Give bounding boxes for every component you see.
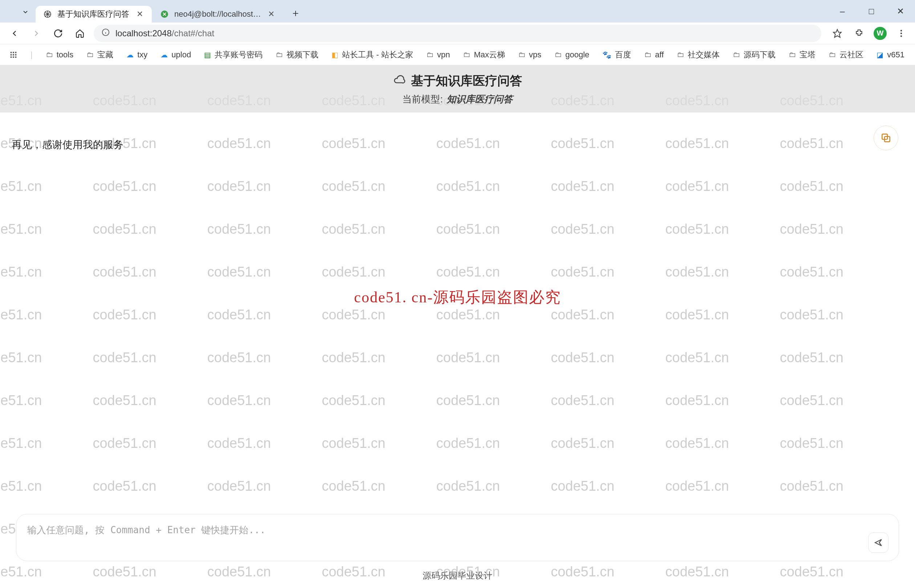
svg-rect-14 bbox=[15, 54, 17, 55]
svg-rect-10 bbox=[13, 52, 14, 53]
folder-icon: 🗀 bbox=[677, 50, 684, 59]
bookmark-label: google bbox=[565, 50, 589, 60]
home-button[interactable] bbox=[72, 26, 88, 41]
bookmark-label: 社交媒体 bbox=[688, 49, 719, 60]
bookmark-label: vpn bbox=[437, 50, 450, 60]
folder-icon: 🗀 bbox=[518, 50, 525, 59]
bookmark-item[interactable]: 🗀 社交媒体 bbox=[677, 49, 719, 60]
sparkle-icon bbox=[43, 10, 52, 19]
bookmark-item[interactable]: 🗀 tools bbox=[46, 50, 73, 60]
svg-rect-16 bbox=[13, 56, 14, 58]
bookmark-star-icon[interactable] bbox=[830, 26, 845, 40]
bookmark-label: 百度 bbox=[615, 49, 631, 60]
minimize-button[interactable]: – bbox=[828, 0, 857, 23]
bookmark-label: 源码下载 bbox=[744, 49, 776, 60]
tab-active[interactable]: 基于知识库医疗问答 ✕ bbox=[36, 6, 152, 23]
close-icon[interactable]: ✕ bbox=[135, 8, 144, 20]
bookmark-item[interactable]: 🗀 视频下载 bbox=[276, 49, 318, 60]
avatar[interactable]: W bbox=[874, 27, 887, 40]
bookmark-item[interactable]: 🗀 宝塔 bbox=[789, 49, 815, 60]
tab-inactive[interactable]: neo4j@bolt://localhost:7687 ✕ bbox=[152, 6, 283, 23]
bookmark-item[interactable]: 🗀 宝藏 bbox=[86, 49, 113, 60]
folder-icon: 🗀 bbox=[86, 50, 94, 59]
address-bar[interactable]: localhost:2048/chat#/chat bbox=[94, 25, 821, 42]
neo4j-icon bbox=[160, 10, 169, 19]
new-tab-button[interactable]: ＋ bbox=[288, 6, 303, 20]
bookmark-item[interactable]: ◧ 站长工具 - 站长之家 bbox=[331, 49, 413, 60]
reload-button[interactable] bbox=[50, 26, 66, 41]
bookmark-item[interactable]: 🗀 源码下载 bbox=[733, 49, 776, 60]
cloud-icon bbox=[393, 73, 406, 89]
bookmark-label: uplod bbox=[171, 50, 191, 60]
bookmark-label: vps bbox=[529, 50, 542, 60]
bookmark-item[interactable]: ◪ v651 bbox=[876, 50, 904, 60]
bookmark-item[interactable]: ☁ uplod bbox=[160, 50, 191, 60]
folder-icon: 🗀 bbox=[789, 50, 796, 59]
bookmark-label: 宝藏 bbox=[97, 49, 113, 60]
paw-icon: 🐾 bbox=[602, 50, 611, 59]
bookmark-item[interactable]: 🗀 vpn bbox=[426, 50, 450, 60]
page-title: 基于知识库医疗问答 bbox=[411, 73, 522, 89]
back-button[interactable] bbox=[6, 26, 23, 41]
maximize-button[interactable]: □ bbox=[857, 0, 886, 23]
svg-rect-13 bbox=[13, 54, 14, 55]
folder-icon: 🗀 bbox=[463, 50, 470, 59]
bookmark-item[interactable]: ▤ 共享账号密码 bbox=[204, 49, 262, 60]
send-button[interactable] bbox=[868, 533, 889, 553]
copy-button[interactable] bbox=[874, 126, 898, 150]
close-window-button[interactable]: ✕ bbox=[886, 0, 915, 23]
svg-rect-11 bbox=[15, 52, 17, 53]
cloud-icon: ☁ bbox=[126, 50, 134, 59]
folder-icon: 🗀 bbox=[276, 50, 283, 59]
site-info-icon[interactable] bbox=[102, 28, 110, 39]
model-label: 当前模型: bbox=[402, 93, 443, 106]
page-footer: 源码乐园毕业设计 bbox=[0, 568, 915, 588]
cloud-icon: ☁ bbox=[160, 50, 168, 59]
kebab-menu-icon[interactable] bbox=[894, 26, 909, 40]
bookmark-item[interactable]: 🗀 google bbox=[554, 50, 589, 60]
chat-area: 再见，感谢使用我的服务 code51. cn-源码乐园盗图必究 bbox=[0, 113, 915, 506]
url-text: localhost:2048/chat#/chat bbox=[115, 28, 813, 39]
folder-icon: 🗀 bbox=[554, 50, 562, 59]
bookmark-label: txy bbox=[137, 50, 147, 60]
bookmark-label: 共享账号密码 bbox=[215, 49, 262, 60]
app-icon: ◧ bbox=[331, 50, 338, 59]
svg-rect-15 bbox=[11, 56, 12, 58]
url-path: /chat#/chat bbox=[172, 28, 214, 38]
svg-marker-5 bbox=[833, 29, 841, 37]
svg-rect-9 bbox=[11, 52, 12, 53]
url-host: localhost:2048 bbox=[115, 28, 172, 38]
folder-icon: 🗀 bbox=[46, 50, 53, 59]
bookmark-item[interactable]: ☁ txy bbox=[126, 50, 147, 60]
folder-icon: 🗀 bbox=[644, 50, 651, 59]
svg-rect-12 bbox=[11, 54, 12, 55]
bookmark-label: Max云梯 bbox=[474, 49, 505, 60]
chat-input[interactable] bbox=[27, 524, 862, 551]
chat-input-container bbox=[16, 514, 899, 561]
tab-search-dropdown[interactable] bbox=[18, 4, 33, 19]
forward-button[interactable] bbox=[28, 26, 44, 41]
bookmark-item[interactable]: 🐾 百度 bbox=[602, 49, 631, 60]
tab-title: neo4j@bolt://localhost:7687 bbox=[174, 10, 262, 19]
app-icon: ◪ bbox=[876, 50, 883, 59]
bookmark-label: v651 bbox=[887, 50, 904, 60]
tab-title: 基于知识库医疗问答 bbox=[57, 9, 130, 19]
bookmark-item[interactable]: 🗀 云社区 bbox=[829, 49, 863, 60]
assistant-message: 再见，感谢使用我的服务 bbox=[11, 138, 123, 152]
bookmark-item[interactable]: 🗀 aff bbox=[644, 50, 664, 60]
svg-rect-17 bbox=[15, 56, 17, 58]
apps-grid-icon[interactable] bbox=[10, 48, 18, 62]
page-banner: 基于知识库医疗问答 当前模型: 知识库医疗问答 bbox=[0, 65, 915, 113]
bookmark-item[interactable]: 🗀 Max云梯 bbox=[463, 49, 505, 60]
model-value: 知识库医疗问答 bbox=[446, 93, 513, 106]
bookmark-label: 宝塔 bbox=[800, 49, 815, 60]
folder-icon: 🗀 bbox=[829, 50, 836, 59]
svg-point-8 bbox=[900, 35, 902, 37]
bookmark-item[interactable]: 🗀 vps bbox=[518, 50, 542, 60]
close-icon[interactable]: ✕ bbox=[267, 8, 276, 20]
svg-point-6 bbox=[900, 30, 902, 31]
center-watermark: code51. cn-源码乐园盗图必究 bbox=[354, 287, 561, 307]
bookmark-label: 站长工具 - 站长之家 bbox=[342, 49, 413, 60]
app-icon: ▤ bbox=[204, 50, 211, 59]
extensions-icon[interactable] bbox=[852, 26, 867, 40]
